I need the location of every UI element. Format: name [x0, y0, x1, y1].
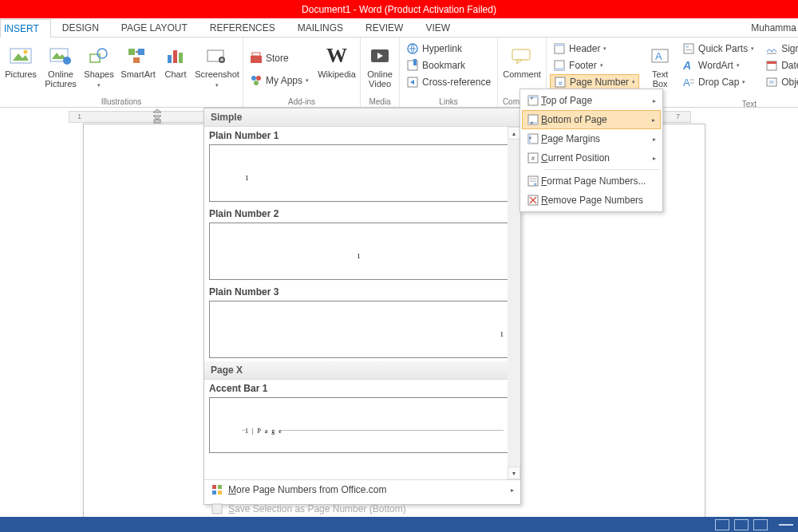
svg-rect-14 — [179, 53, 183, 63]
online-video-button[interactable]: Online Video — [364, 41, 396, 97]
footer-button[interactable]: Footer ▾ — [550, 57, 639, 73]
svg-rect-64 — [528, 122, 538, 124]
svg-marker-53 — [153, 116, 161, 120]
text-box-icon: A — [647, 43, 673, 69]
scroll-up-icon[interactable]: ▴ — [508, 127, 520, 140]
wordart-button[interactable]: AWordArt ▾ — [679, 57, 757, 73]
svg-rect-18 — [251, 56, 262, 63]
more-page-numbers-button[interactable]: More Page Numbers from Office.com ▸ — [204, 480, 520, 499]
svg-point-5 — [63, 57, 71, 65]
gallery-scrollbar[interactable]: ▴ ▾ — [508, 127, 520, 479]
svg-rect-35 — [555, 68, 564, 70]
menu-remove-page-numbers[interactable]: Remove Page Numbers — [522, 191, 661, 210]
submenu-arrow-icon: ▸ — [511, 487, 514, 494]
user-name[interactable]: Muhamma — [751, 22, 796, 33]
group-text: A Text Box▾ Quick Parts ▾ AWordArt ▾ ADr… — [642, 37, 798, 107]
group-links: Hyperlink Bookmark Cross-reference Links — [400, 37, 498, 107]
menu-page-margins[interactable]: # Page Margins ▸ — [522, 129, 661, 148]
svg-rect-42 — [685, 49, 692, 50]
page-number-button[interactable]: #Page Number ▾ — [550, 74, 639, 90]
store-button[interactable]: Store — [247, 50, 312, 66]
gallery-item-plain2[interactable]: 1 — [209, 223, 516, 280]
my-apps-icon — [250, 74, 263, 87]
gallery-item-plain1-title: Plain Number 1 — [204, 127, 520, 144]
svg-point-22 — [254, 81, 259, 85]
wordart-icon: A — [682, 59, 695, 72]
quick-parts-button[interactable]: Quick Parts ▾ — [679, 41, 757, 57]
svg-point-17 — [220, 58, 223, 61]
svg-rect-51 — [769, 81, 774, 84]
shapes-icon — [86, 43, 112, 69]
svg-rect-8 — [128, 49, 135, 55]
current-position-icon: # — [525, 152, 541, 164]
tab-insert[interactable]: INSERT — [0, 19, 51, 38]
title-bar: Document1 - Word (Product Activation Fai… — [0, 0, 798, 18]
svg-rect-40 — [684, 44, 693, 53]
group-media: Online Video Media — [361, 37, 400, 107]
my-apps-button[interactable]: My Apps ▾ — [247, 73, 312, 89]
shapes-button[interactable]: Shapes▾ — [83, 41, 115, 97]
svg-rect-12 — [168, 55, 172, 63]
view-print-layout-icon[interactable] — [734, 519, 749, 530]
pictures-button[interactable]: Pictures — [3, 41, 38, 97]
top-of-page-icon: # — [525, 94, 541, 107]
gallery-item-plain3-title: Plain Number 3 — [204, 283, 520, 301]
svg-rect-57 — [212, 491, 216, 495]
comment-icon — [509, 43, 535, 69]
svg-marker-31 — [517, 60, 522, 64]
svg-text:#: # — [531, 120, 533, 125]
window-title: Document1 - Word (Product Activation Fai… — [302, 4, 496, 15]
tab-references[interactable]: REFERENCES — [199, 18, 286, 37]
screenshot-button[interactable]: Screenshot▾ — [195, 41, 239, 97]
quick-parts-icon — [682, 42, 695, 55]
view-read-mode-icon[interactable] — [715, 519, 729, 530]
smartart-button[interactable]: SmartArt — [120, 41, 156, 97]
drop-cap-icon: A — [682, 76, 695, 89]
ribbon: Pictures Online Pictures Shapes▾ SmartAr… — [0, 37, 798, 108]
footer-icon — [553, 59, 566, 72]
svg-rect-59 — [212, 504, 222, 514]
date-time-button[interactable]: Date & Time — [762, 57, 798, 73]
svg-text:#: # — [531, 96, 533, 100]
online-pictures-button[interactable]: Online Pictures — [43, 41, 78, 97]
tab-design[interactable]: DESIGN — [51, 18, 110, 37]
bookmark-button[interactable]: Bookmark — [403, 57, 494, 73]
view-web-layout-icon[interactable] — [753, 519, 768, 530]
svg-rect-61 — [528, 96, 538, 98]
header-button[interactable]: Header ▾ — [550, 41, 639, 57]
cross-reference-button[interactable]: Cross-reference — [403, 74, 494, 90]
svg-text:#: # — [559, 80, 563, 87]
tab-review[interactable]: REVIEW — [354, 18, 414, 37]
tab-view[interactable]: VIEW — [414, 18, 461, 37]
format-page-numbers-icon: # — [525, 175, 541, 187]
gallery-item-accent1[interactable]: 1 | P a g e — [209, 397, 516, 453]
svg-marker-10 — [135, 50, 138, 53]
object-button[interactable]: Object ▾ — [762, 74, 798, 90]
svg-text:A: A — [655, 50, 662, 62]
page-number-gallery: Simple Plain Number 1 1 Plain Number 2 1… — [203, 108, 521, 505]
zoom-slider[interactable] — [779, 524, 793, 526]
header-icon — [553, 42, 566, 55]
indent-marker-icon[interactable] — [152, 109, 162, 124]
wikipedia-button[interactable]: W Wikipedia — [317, 41, 357, 97]
svg-text:#: # — [531, 156, 535, 161]
group-addins: Store My Apps ▾ W Wikipedia Add-ins — [243, 37, 361, 107]
menu-bottom-of-page[interactable]: # Bottom of Page ▸ — [522, 110, 661, 129]
signature-line-button[interactable]: Signature Line ▾ — [762, 41, 798, 57]
submenu-arrow-icon: ▸ — [652, 116, 655, 124]
menu-format-page-numbers[interactable]: # Format Page Numbers... — [522, 171, 661, 191]
menu-top-of-page[interactable]: # Top of Page ▸ — [522, 91, 661, 110]
tab-mailings[interactable]: MAILINGS — [286, 18, 354, 37]
drop-cap-button[interactable]: ADrop Cap ▾ — [679, 74, 757, 90]
gallery-item-plain3[interactable]: 1 — [209, 301, 516, 358]
scroll-down-icon[interactable]: ▾ — [508, 467, 520, 479]
tab-page-layout[interactable]: PAGE LAYOUT — [110, 18, 199, 37]
screenshot-icon — [204, 43, 230, 69]
chart-button[interactable]: Chart — [161, 41, 190, 97]
svg-rect-9 — [138, 49, 144, 55]
hyperlink-button[interactable]: Hyperlink — [403, 41, 494, 57]
submenu-arrow-icon: ▸ — [653, 136, 656, 143]
svg-point-20 — [251, 76, 256, 81]
menu-current-position[interactable]: # Current Position ▸ — [522, 148, 661, 167]
gallery-item-plain1[interactable]: 1 — [209, 144, 516, 202]
